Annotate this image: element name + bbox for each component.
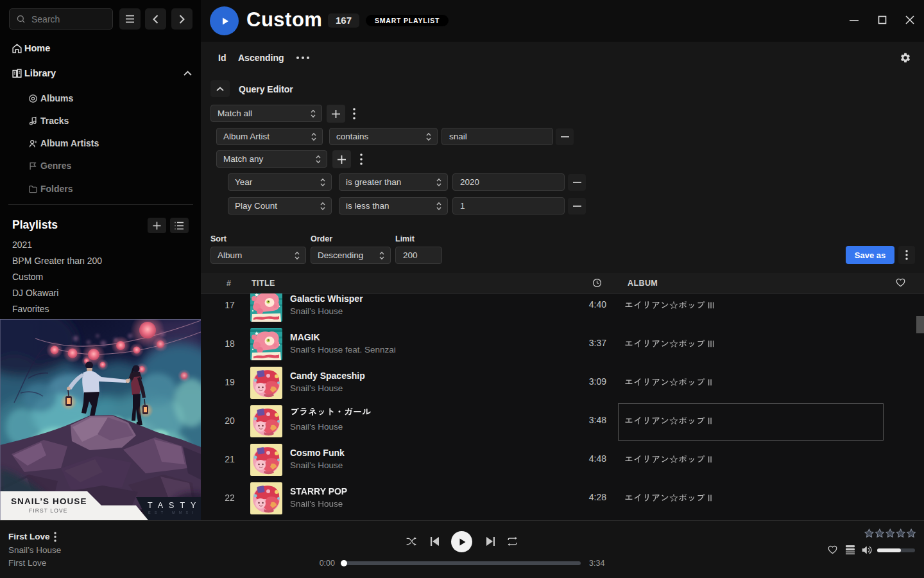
svg-text:EST MMXI: EST MMXI <box>148 511 197 514</box>
svg-text:TASTY: TASTY <box>148 501 201 510</box>
svg-text:FIRST LOVE: FIRST LOVE <box>29 507 67 514</box>
svg-text:SNAIL’S HOUSE: SNAIL’S HOUSE <box>11 496 87 506</box>
